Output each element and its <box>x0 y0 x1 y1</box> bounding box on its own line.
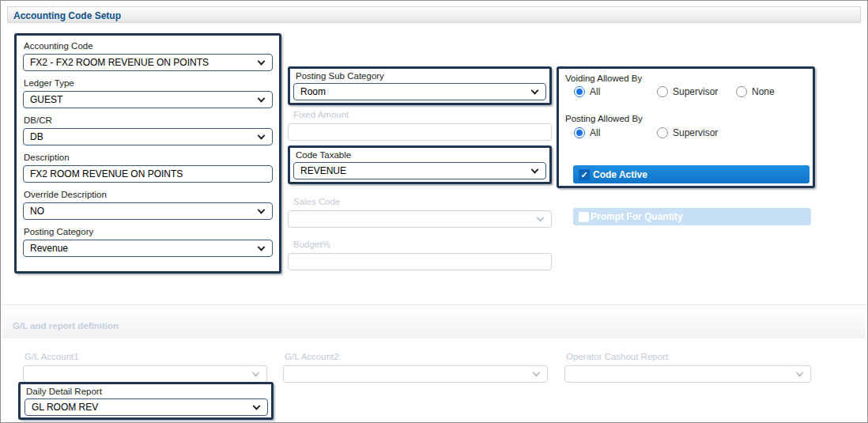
ledger-type-field: Ledger Type GUEST <box>23 77 273 108</box>
check-icon: ✓ <box>579 169 590 180</box>
db-cr-label: DB/CR <box>24 115 273 126</box>
posting-sub-category-select[interactable]: Room <box>293 83 546 100</box>
posting-category-select[interactable]: Revenue <box>23 240 273 257</box>
accounting-code-value: FX2 - FX2 ROOM REVENUE ON POINTS <box>30 57 209 68</box>
radio-selected-icon <box>574 86 585 97</box>
sales-code-label: Sales Code <box>293 196 552 207</box>
page-header: Accounting Code Setup <box>7 6 861 23</box>
daily-detail-report-value: GL ROOM REV <box>32 402 98 413</box>
prompt-for-quantity-button: Prompt For Quantity <box>573 208 811 225</box>
fixed-amount-input <box>288 123 552 141</box>
voiding-radio-none[interactable]: None <box>736 86 775 97</box>
permissions-highlight-box: Voiding Allowed By All Supervisor None P… <box>557 66 815 188</box>
fixed-amount-field: Fixed Amount <box>288 109 552 141</box>
voiding-radio-all-label: All <box>590 86 600 97</box>
code-active-button[interactable]: ✓ Code Active <box>573 165 810 183</box>
page-title: Accounting Code Setup <box>8 10 121 21</box>
gl-account1-field: G/L Account1 <box>23 351 267 383</box>
gl-account2-select <box>283 365 548 383</box>
override-description-select[interactable]: NO <box>23 202 273 220</box>
override-description-field: Override Description NO <box>23 189 273 220</box>
posting-sub-category-highlight-box: Posting Sub Category Room <box>288 66 552 105</box>
posting-category-value: Revenue <box>30 243 68 254</box>
description-value: FX2 ROOM REVENUE ON POINTS <box>30 168 183 179</box>
posting-category-field: Posting Category Revenue <box>23 226 273 257</box>
posting-radio-all[interactable]: All <box>574 127 600 138</box>
chevron-down-icon <box>258 132 266 140</box>
daily-detail-report-label: Daily Detail Report <box>26 386 267 397</box>
daily-detail-report-highlight-box: Daily Detail Report GL ROOM REV <box>18 382 274 420</box>
radio-unselected-icon <box>657 86 668 97</box>
db-cr-value: DB <box>30 131 43 142</box>
operator-cashout-report-field: Operator Cashout Report <box>564 351 811 383</box>
daily-detail-report-select[interactable]: GL ROOM REV <box>25 398 268 416</box>
ledger-type-value: GUEST <box>30 94 62 105</box>
db-cr-select[interactable]: DB <box>23 128 273 145</box>
chevron-down-icon <box>533 369 541 377</box>
gl-account1-select <box>23 365 267 383</box>
sales-code-field: Sales Code <box>288 196 552 228</box>
left-panel-highlight-box: Accounting Code FX2 - FX2 ROOM REVENUE O… <box>14 33 281 274</box>
voiding-radio-all[interactable]: All <box>574 86 600 97</box>
posting-sub-category-label: Posting Sub Category <box>296 70 546 81</box>
posting-radio-all-label: All <box>590 127 600 138</box>
db-cr-field: DB/CR DB <box>23 115 273 145</box>
fixed-amount-label: Fixed Amount <box>293 109 552 120</box>
override-description-value: NO <box>30 206 44 217</box>
posting-sub-category-value: Room <box>300 86 326 97</box>
chevron-down-icon <box>253 402 261 410</box>
operator-cashout-report-label: Operator Cashout Report <box>566 351 811 362</box>
gl-section-header: G/L and report definition <box>2 315 866 338</box>
budget-percent-input <box>288 253 552 270</box>
chevron-down-icon <box>531 87 539 95</box>
radio-unselected-icon <box>736 86 747 97</box>
sales-code-select <box>288 210 552 228</box>
budget-percent-label: Budget% <box>293 239 552 250</box>
gl-section-title: G/L and report definition <box>13 321 119 330</box>
budget-percent-field: Budget% <box>288 239 552 270</box>
chevron-down-icon <box>537 214 545 222</box>
accounting-code-field: Accounting Code FX2 - FX2 ROOM REVENUE O… <box>23 40 273 71</box>
description-field: Description FX2 ROOM REVENUE ON POINTS <box>23 152 273 183</box>
code-taxable-label: Code Taxable <box>296 149 546 161</box>
chevron-down-icon <box>252 369 260 377</box>
chevron-down-icon <box>796 369 804 377</box>
voiding-radio-supervisor[interactable]: Supervisor <box>657 86 718 97</box>
chevron-down-icon <box>258 95 266 103</box>
code-taxable-highlight-box: Code Taxable REVENUE <box>288 145 552 184</box>
description-label: Description <box>24 152 273 163</box>
posting-allowed-by-label: Posting Allowed By <box>565 113 643 124</box>
override-description-label: Override Description <box>24 189 273 200</box>
posting-radio-supervisor[interactable]: Supervisor <box>657 127 718 138</box>
ledger-type-label: Ledger Type <box>24 77 273 89</box>
ledger-type-select[interactable]: GUEST <box>23 91 273 108</box>
section-divider <box>2 304 866 305</box>
accounting-code-label: Accounting Code <box>24 40 273 51</box>
code-active-button-label: Code Active <box>593 169 647 180</box>
accounting-code-select[interactable]: FX2 - FX2 ROOM REVENUE ON POINTS <box>23 54 273 71</box>
chevron-down-icon <box>258 58 266 66</box>
code-taxable-select[interactable]: REVENUE <box>293 162 546 179</box>
voiding-allowed-by-label: Voiding Allowed By <box>565 73 642 84</box>
accounting-code-setup-page: Accounting Code Setup Accounting Code FX… <box>0 0 868 423</box>
chevron-down-icon <box>531 166 539 174</box>
voiding-radio-supervisor-label: Supervisor <box>673 86 718 97</box>
code-taxable-value: REVENUE <box>300 165 346 176</box>
radio-selected-icon <box>574 127 585 138</box>
description-input[interactable]: FX2 ROOM REVENUE ON POINTS <box>23 165 273 183</box>
checkbox-unchecked-icon <box>579 212 589 222</box>
gl-account1-label: G/L Account1 <box>25 351 267 362</box>
prompt-for-quantity-label: Prompt For Quantity <box>591 211 683 222</box>
posting-category-label: Posting Category <box>24 226 273 237</box>
radio-unselected-icon <box>657 127 668 138</box>
posting-radio-supervisor-label: Supervisor <box>673 127 718 138</box>
gl-account2-field: G/L Account2 <box>283 351 548 383</box>
chevron-down-icon <box>258 244 266 251</box>
gl-account2-label: G/L Account2 <box>285 351 548 362</box>
voiding-radio-none-label: None <box>752 86 775 97</box>
chevron-down-icon <box>258 206 266 214</box>
operator-cashout-report-select <box>564 365 811 383</box>
